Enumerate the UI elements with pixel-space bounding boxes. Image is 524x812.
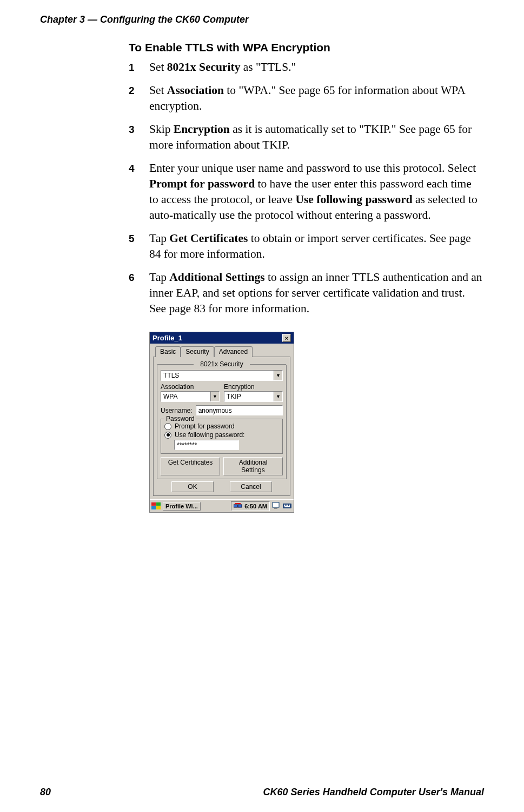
svg-rect-12 (287, 505, 288, 506)
dialog-titlebar[interactable]: Profile_1 × (150, 332, 294, 344)
encryption-combo[interactable]: TKIP ▼ (224, 391, 283, 402)
section-heading: To Enable TTLS with WPA Encryption (129, 41, 483, 54)
radio-usefollowing-label: Use following password: (175, 431, 244, 439)
svg-rect-10 (284, 505, 285, 506)
bold: 8021x Security (167, 61, 241, 73)
svg-rect-0 (151, 502, 156, 506)
svg-rect-14 (284, 506, 290, 507)
text: Skip (149, 123, 174, 136)
svg-rect-9 (283, 504, 291, 508)
tab-page-security: 8021x Security TTLS ▼ Association WPA ▼ (153, 357, 290, 496)
username-label: Username: (161, 407, 193, 414)
dialog-title: Profile_1 (152, 334, 182, 342)
cancel-button[interactable]: Cancel (230, 481, 272, 492)
bold: Additional Settings (169, 271, 264, 284)
bold: Association (167, 84, 224, 97)
main-content: To Enable TTLS with WPA Encryption 1 Set… (129, 32, 483, 513)
steps-list: 1 Set 8021x Security as "TTLS." 2 Set As… (129, 59, 483, 317)
step-number: 5 (129, 232, 135, 246)
tab-strip: Basic Security Advanced (153, 346, 290, 357)
text: Tap (149, 232, 169, 245)
step-2: 2 Set Association to "WPA." See page 65 … (129, 83, 483, 114)
bold: Get Certificates (169, 232, 248, 245)
association-label: Association (161, 383, 220, 391)
encryption-value: TKIP (224, 393, 274, 400)
tab-advanced[interactable]: Advanced (214, 346, 253, 357)
svg-rect-11 (286, 505, 287, 506)
security-combo[interactable]: TTLS ▼ (161, 370, 283, 381)
additional-settings-button[interactable]: Additional Settings (223, 457, 283, 475)
taskbar-app-button[interactable]: Profile Wi... (163, 502, 201, 511)
bold: Encryption (174, 123, 230, 136)
text: as "TTLS." (240, 61, 296, 73)
text: Set (149, 61, 167, 73)
step-5: 5 Tap Get Certificates to obtain or impo… (129, 231, 483, 262)
password-fieldset: Password Prompt for password Use followi… (161, 419, 283, 454)
radio-usefollowing-row[interactable]: Use following password: (164, 431, 279, 439)
tab-security[interactable]: Security (181, 346, 214, 357)
close-icon[interactable]: × (282, 334, 291, 342)
group-8021x: 8021x Security TTLS ▼ Association WPA ▼ (157, 365, 287, 479)
bold: Prompt for password (149, 177, 255, 190)
get-certificates-button[interactable]: Get Certificates (161, 457, 220, 475)
page-number: 80 (40, 787, 51, 798)
page-header: Chapter 3 — Configuring the CK60 Compute… (40, 14, 484, 25)
chapter-title: Chapter 3 — Configuring the CK60 Compute… (40, 14, 249, 25)
svg-rect-7 (273, 502, 279, 507)
svg-rect-5 (238, 505, 242, 507)
chevron-down-icon[interactable]: ▼ (274, 392, 282, 401)
radio-icon[interactable] (164, 423, 171, 430)
dialog-body: Basic Security Advanced 8021x Security T… (150, 344, 294, 499)
manual-title: CK60 Series Handheld Computer User's Man… (263, 787, 484, 798)
step-number: 1 (129, 61, 135, 75)
bold: Use following password (295, 193, 412, 206)
network-icon (234, 502, 242, 510)
svg-rect-13 (289, 505, 290, 506)
step-6: 6 Tap Additional Settings to assign an i… (129, 270, 483, 317)
svg-rect-1 (156, 502, 161, 506)
keyboard-icon[interactable] (282, 502, 293, 510)
taskbar: Profile Wi... 6:50 AM (150, 499, 294, 512)
password-legend: Password (164, 415, 196, 422)
step-number: 6 (129, 271, 135, 285)
group-legend-8021x: 8021x Security (157, 360, 286, 368)
page-footer: 80 CK60 Series Handheld Computer User's … (40, 787, 484, 798)
ok-button[interactable]: OK (171, 481, 214, 492)
step-4: 4 Enter your unique user name and passwo… (129, 160, 483, 223)
svg-rect-8 (274, 508, 277, 509)
svg-rect-4 (234, 505, 237, 507)
username-field[interactable]: anonymous (196, 405, 283, 415)
radio-prompt-row[interactable]: Prompt for password (164, 422, 279, 430)
system-tray[interactable]: 6:50 AM (231, 501, 270, 511)
start-icon[interactable] (151, 501, 162, 511)
security-value: TTLS (161, 372, 274, 379)
step-3: 3 Skip Encryption as it is automatically… (129, 122, 483, 153)
step-number: 4 (129, 162, 135, 176)
desktop-icon[interactable] (271, 502, 281, 511)
svg-rect-2 (151, 506, 156, 509)
step-number: 3 (129, 123, 135, 137)
encryption-label: Encryption (224, 383, 283, 391)
svg-rect-3 (156, 506, 161, 509)
tab-basic[interactable]: Basic (155, 346, 181, 357)
password-field[interactable]: ******** (174, 440, 239, 450)
text: Enter your unique user name and password… (149, 162, 476, 175)
profile-dialog-screenshot: Profile_1 × Basic Security Advanced 8021… (149, 332, 294, 513)
association-value: WPA (161, 393, 210, 400)
step-1: 1 Set 8021x Security as "TTLS." (129, 59, 483, 75)
radio-icon[interactable] (164, 432, 171, 439)
step-number: 2 (129, 84, 135, 98)
radio-prompt-label: Prompt for password (175, 422, 235, 430)
chevron-down-icon[interactable]: ▼ (210, 392, 219, 401)
text: Set (149, 84, 167, 97)
chevron-down-icon[interactable]: ▼ (274, 371, 282, 380)
tray-time: 6:50 AM (244, 503, 267, 509)
association-combo[interactable]: WPA ▼ (161, 391, 220, 402)
text: Tap (149, 271, 169, 284)
